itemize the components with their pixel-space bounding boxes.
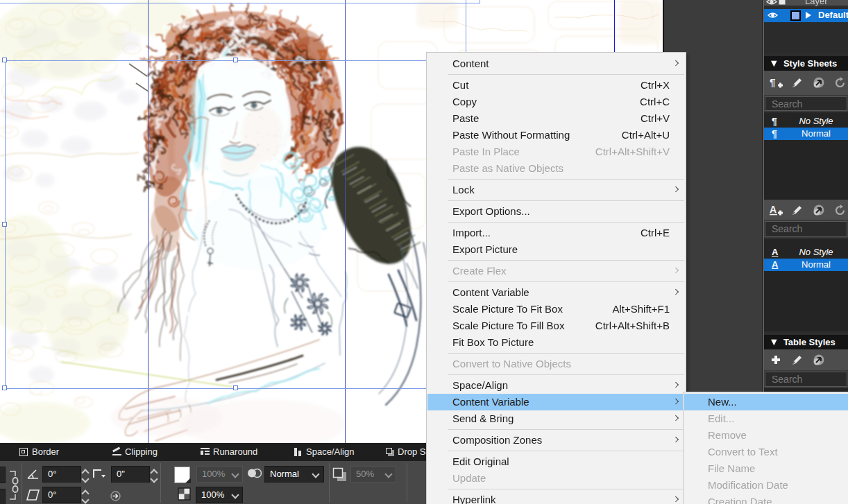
- svg-text:A: A: [770, 204, 777, 215]
- svg-text:¶: ¶: [770, 76, 775, 88]
